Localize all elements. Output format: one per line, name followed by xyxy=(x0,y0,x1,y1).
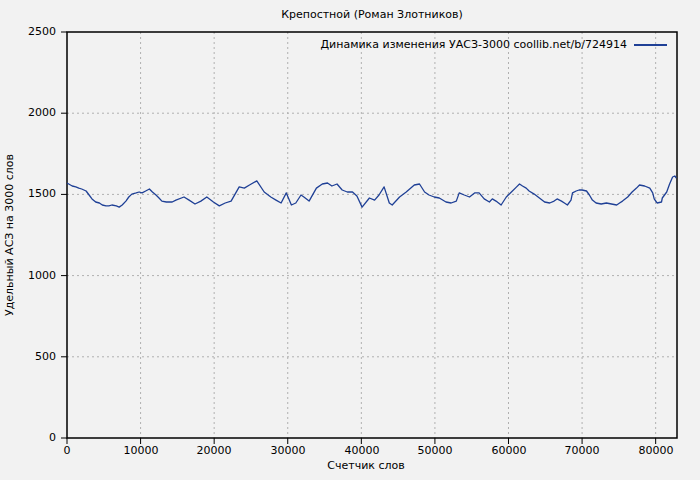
uasz-chart: Крепостной (Роман Злотников) Динамика из… xyxy=(0,0,700,480)
legend-line-sample xyxy=(634,44,667,46)
legend-label: Динамика изменения УАСЗ-3000 coollib.net… xyxy=(321,38,628,52)
x-tick-label: 10000 xyxy=(124,444,159,458)
x-tick-label: 70000 xyxy=(565,444,600,458)
chart-title: Крепостной (Роман Злотников) xyxy=(67,8,677,22)
y-axis-label: Удельный АСЗ на 3000 слов xyxy=(3,32,17,438)
x-tick-label: 0 xyxy=(64,444,71,458)
x-tick-label: 30000 xyxy=(271,444,306,458)
x-tick-label: 40000 xyxy=(345,444,380,458)
legend: Динамика изменения УАСЗ-3000 coollib.net… xyxy=(321,38,668,52)
x-tick-label: 60000 xyxy=(492,444,527,458)
x-tick-label: 50000 xyxy=(418,444,453,458)
plot-area xyxy=(0,0,700,480)
x-tick-label: 80000 xyxy=(639,444,674,458)
x-tick-label: 20000 xyxy=(197,444,232,458)
x-axis-label: Счетчик слов xyxy=(67,459,665,473)
